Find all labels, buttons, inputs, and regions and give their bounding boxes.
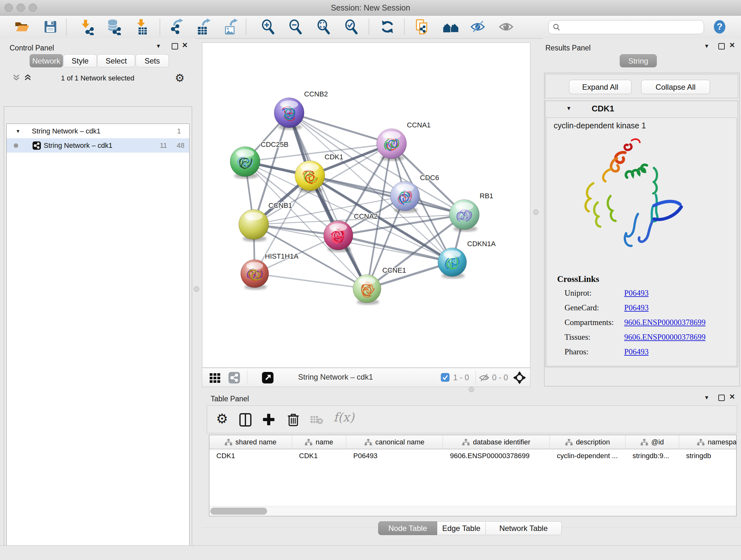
left-splitter-handle[interactable]	[194, 287, 199, 292]
crosslink-link[interactable]: P06493	[624, 289, 649, 298]
network-edge[interactable]	[289, 113, 392, 144]
add-column-icon[interactable]	[262, 413, 275, 428]
hidden-eye-icon	[479, 372, 489, 384]
table-cell[interactable]: stringdb:9...	[625, 449, 679, 462]
table-panel-close-icon[interactable]: ✕	[729, 394, 735, 400]
search-box[interactable]	[548, 20, 704, 34]
help-button[interactable]: ?	[711, 18, 728, 36]
tab-node-table[interactable]: Node Table	[378, 521, 437, 535]
table-cell[interactable]: CDK1	[209, 449, 292, 462]
network-grid-view-icon[interactable]	[209, 371, 221, 385]
export-image-icon	[222, 18, 239, 35]
table-panel-menu-icon[interactable]: ▼	[704, 395, 710, 401]
network-collection-row[interactable]: ▼ String Network – cdk1 1	[7, 124, 189, 138]
column-header-@id[interactable]: @id	[625, 435, 679, 449]
crosslink-link[interactable]: 9606.ENSP00000378699	[624, 333, 705, 341]
column-header-description[interactable]: description	[550, 435, 625, 449]
import-network-from-database-button[interactable]	[105, 18, 123, 36]
table-settings-gear-icon[interactable]: ⚙	[216, 411, 228, 427]
delete-column-trash-icon[interactable]	[287, 412, 300, 428]
export-image-button[interactable]	[222, 18, 239, 36]
network-graph[interactable]: CCNB2CCNA1CDC25BCDK1CDC6RB1CCNB1CCNA2CDK…	[202, 43, 530, 368]
right-splitter-handle[interactable]	[533, 209, 539, 215]
save-session-button[interactable]	[42, 18, 59, 36]
first-neighbors-button[interactable]	[442, 18, 460, 36]
crosslink-label: Compartments:	[564, 318, 614, 327]
export-table-button[interactable]	[195, 18, 212, 36]
table-cell[interactable]: CDK1	[292, 449, 346, 462]
results-panel-close-icon[interactable]: ✕	[729, 42, 735, 49]
hide-selected-button[interactable]	[470, 18, 487, 36]
apply-layout-button[interactable]	[379, 18, 396, 36]
table-cell[interactable]: 9606.ENSP00000378699	[443, 449, 550, 462]
node-table[interactable]: shared namenamecanonical namedatabase id…	[209, 435, 737, 516]
network-edge[interactable]	[255, 273, 367, 289]
column-header-namespace[interactable]: namespace	[679, 435, 737, 449]
node-label-CCNE1: CCNE1	[382, 266, 406, 274]
node-gloss	[236, 149, 254, 157]
results-panel-menu-icon[interactable]: ▼	[704, 43, 710, 50]
zoom-out-button[interactable]	[287, 18, 304, 36]
table-cell[interactable]: cyclin-dependent ...	[550, 449, 625, 462]
network-share-view-icon[interactable]	[228, 371, 241, 385]
column-header-name[interactable]: name	[292, 435, 346, 449]
control-panel-float-icon[interactable]	[172, 43, 178, 50]
import-network-button[interactable]	[78, 18, 96, 36]
column-header-shared-name[interactable]: shared name	[209, 435, 292, 449]
tab-style[interactable]: Style	[64, 54, 97, 67]
node-gloss	[444, 250, 461, 258]
table-panel-float-icon[interactable]	[718, 395, 725, 401]
tab-sets[interactable]: Sets	[136, 54, 169, 67]
import-table-button[interactable]	[134, 18, 151, 36]
tab-network[interactable]: Network	[30, 54, 63, 67]
zoom-in-button[interactable]	[259, 18, 277, 36]
export-network-button[interactable]	[168, 18, 185, 36]
export-table-icon	[195, 18, 212, 35]
table-cell[interactable]: stringdb	[679, 449, 737, 462]
birdseye-view-icon[interactable]	[513, 371, 527, 386]
network-row-selected[interactable]: String Network – cdk1 11 48	[7, 138, 189, 152]
zoom-fit-button[interactable]	[315, 18, 332, 36]
open-session-button[interactable]	[13, 18, 30, 36]
crosslink-link[interactable]: P06493	[624, 348, 649, 356]
tab-network-table[interactable]: Network Table	[486, 521, 562, 535]
node-label-CCNA2: CCNA2	[354, 212, 378, 220]
collapse-all-button[interactable]: Collapse All	[641, 80, 710, 94]
column-header-label: shared name	[235, 438, 276, 446]
tab-sets-label: Sets	[145, 57, 160, 65]
copy-style-button[interactable]	[414, 18, 431, 36]
cdk1-details: cyclin-dependent kinase 1	[546, 118, 737, 366]
collection-expand-icon[interactable]: ▼	[16, 128, 20, 134]
column-header-database-identifier[interactable]: database identifier	[443, 435, 550, 449]
open-in-new-window-icon[interactable]	[261, 371, 274, 385]
tab-edge-table[interactable]: Edge Table	[437, 521, 486, 535]
table-hscrollbar-thumb[interactable]	[210, 508, 267, 515]
search-input[interactable]	[561, 23, 696, 32]
control-panel-close-icon[interactable]: ✕	[182, 42, 188, 49]
column-hierarchy-icon	[641, 439, 648, 445]
network-edge[interactable]	[338, 235, 452, 262]
database-import-icon	[106, 18, 122, 35]
network-view-canvas[interactable]: CCNB2CCNA1CDC25BCDK1CDC6RB1CCNB1CCNA2CDK…	[202, 43, 530, 368]
expand-all-button[interactable]: Expand All	[569, 80, 631, 94]
network-options-gear-icon[interactable]: ⚙	[175, 71, 185, 84]
show-all-button[interactable]	[498, 18, 515, 36]
table-cell[interactable]: P06493	[346, 449, 443, 462]
tab-string[interactable]: String	[620, 54, 657, 67]
network-edge[interactable]	[289, 113, 367, 289]
crosslink-link[interactable]: P06493	[624, 303, 649, 312]
cdk1-collapse-icon[interactable]: ▼	[566, 105, 571, 112]
horizontal-splitter-handle[interactable]	[469, 387, 474, 392]
control-panel-menu-icon[interactable]: ▼	[156, 43, 161, 50]
toolbar-separator	[66, 19, 67, 35]
selected-checkbox-icon[interactable]	[441, 373, 450, 383]
crosslink-link[interactable]: 9606.ENSP00000378699	[624, 318, 705, 327]
zoom-selected-button[interactable]	[343, 18, 360, 36]
table-row[interactable]: CDK1CDK1P064939606.ENSP00000378699cyclin…	[209, 449, 736, 462]
tab-select[interactable]: Select	[97, 54, 135, 67]
results-panel-float-icon[interactable]	[718, 43, 725, 50]
column-header-canonical-name[interactable]: canonical name	[346, 435, 443, 449]
table-hscrollbar-track[interactable]	[209, 506, 736, 516]
network-edge[interactable]	[310, 176, 464, 214]
show-columns-icon[interactable]	[239, 413, 252, 428]
